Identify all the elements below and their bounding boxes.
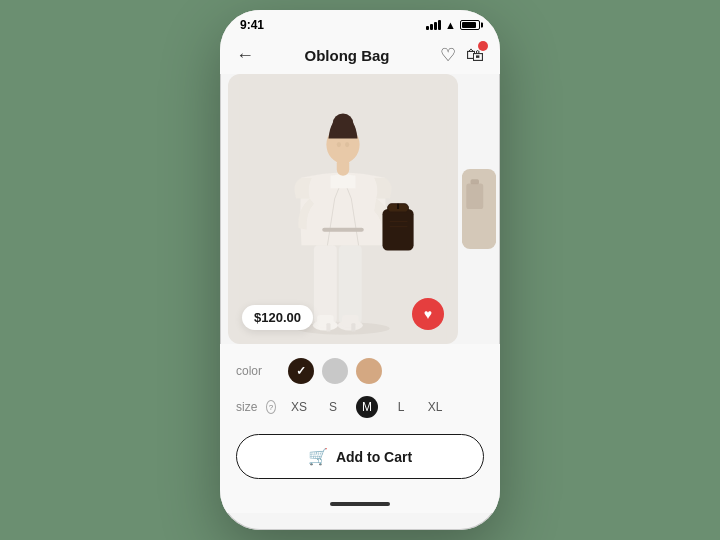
size-selector: size ? XS S M L XL: [236, 396, 484, 418]
nav-actions: ♡ 🛍: [440, 44, 484, 66]
svg-point-13: [337, 142, 341, 147]
svg-point-14: [345, 142, 349, 147]
status-time: 9:41: [240, 18, 264, 32]
price-badge: $120.00: [242, 305, 313, 330]
signal-icon: [426, 20, 441, 30]
svg-rect-22: [466, 184, 483, 210]
size-label: size: [236, 400, 262, 414]
color-swatches: [288, 358, 382, 384]
svg-rect-18: [342, 315, 359, 327]
svg-rect-4: [322, 228, 364, 232]
cart-badge: [478, 41, 488, 51]
home-indicator: [220, 495, 500, 513]
battery-icon: [460, 20, 480, 30]
size-l[interactable]: L: [390, 396, 412, 418]
thumbnail-list: [458, 74, 500, 344]
phone-frame: 9:41 ▲ ← Oblong Bag ♡ 🛍: [220, 10, 500, 530]
color-swatch-dark-brown[interactable]: [288, 358, 314, 384]
thumbnail-item[interactable]: [462, 169, 496, 249]
color-swatch-tan[interactable]: [356, 358, 382, 384]
svg-rect-23: [471, 179, 480, 184]
cart-button[interactable]: 🛍: [466, 45, 484, 66]
size-label-group: size ?: [236, 400, 276, 414]
main-product-image[interactable]: $120.00 ♥: [228, 74, 458, 344]
size-options: XS S M L XL: [288, 396, 446, 418]
size-xs[interactable]: XS: [288, 396, 310, 418]
favorite-button[interactable]: ♥: [412, 298, 444, 330]
size-s[interactable]: S: [322, 396, 344, 418]
svg-rect-20: [351, 323, 355, 331]
svg-rect-5: [382, 209, 413, 251]
size-m[interactable]: M: [356, 396, 378, 418]
home-bar: [330, 502, 390, 506]
color-selector: color: [236, 358, 484, 384]
svg-rect-3: [339, 245, 362, 323]
product-options: color size ? XS S M L XL 🛒 Add: [220, 344, 500, 495]
color-label: color: [236, 364, 276, 378]
wifi-icon: ▲: [445, 19, 456, 31]
svg-rect-16: [317, 315, 334, 327]
wishlist-button[interactable]: ♡: [440, 44, 456, 66]
back-button[interactable]: ←: [236, 45, 254, 66]
add-to-cart-label: Add to Cart: [336, 449, 412, 465]
svg-rect-19: [326, 323, 330, 331]
image-carousel: $120.00 ♥: [220, 74, 500, 344]
svg-rect-2: [314, 245, 337, 323]
size-help-button[interactable]: ?: [266, 400, 276, 414]
color-swatch-light-gray[interactable]: [322, 358, 348, 384]
size-xl[interactable]: XL: [424, 396, 446, 418]
status-icons: ▲: [426, 19, 480, 31]
nav-bar: ← Oblong Bag ♡ 🛍: [220, 36, 500, 74]
status-bar: 9:41 ▲: [220, 10, 500, 36]
add-to-cart-button[interactable]: 🛒 Add to Cart: [236, 434, 484, 479]
page-title: Oblong Bag: [305, 47, 390, 64]
svg-point-12: [333, 113, 354, 134]
cart-btn-icon: 🛒: [308, 447, 328, 466]
